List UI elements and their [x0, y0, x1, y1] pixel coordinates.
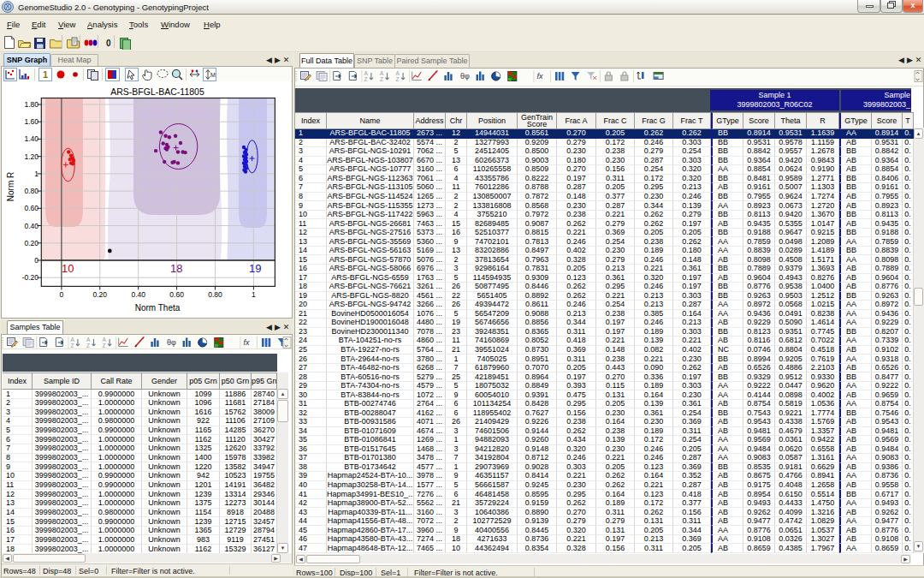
svg-text:-0.20: -0.20 — [22, 273, 39, 282]
svg-text:1: 1 — [252, 290, 256, 299]
svg-text:0.60: 0.60 — [24, 204, 38, 212]
svg-text:Norm R: Norm R — [6, 172, 15, 201]
svg-text:10: 10 — [62, 262, 74, 275]
svg-text:A: A — [364, 70, 368, 76]
svg-text:1.80: 1.80 — [24, 100, 38, 109]
svg-text:A: A — [103, 337, 107, 343]
svg-text:Z: Z — [86, 343, 90, 349]
svg-text:0.40: 0.40 — [131, 290, 145, 299]
svg-text:0.60: 0.60 — [169, 290, 184, 299]
svg-text:ARS-BFGL-BAC-11805: ARS-BFGL-BAC-11805 — [110, 86, 204, 97]
svg-text:1: 1 — [34, 170, 38, 178]
svg-text:A: A — [380, 70, 384, 76]
svg-text:0.20: 0.20 — [93, 290, 108, 299]
svg-text:0: 0 — [34, 256, 38, 265]
svg-text:A: A — [396, 70, 400, 76]
svg-text:Norm Theta: Norm Theta — [135, 303, 181, 313]
svg-text:M: M — [210, 72, 216, 78]
svg-text:0.20: 0.20 — [24, 239, 38, 247]
svg-text:0.80: 0.80 — [24, 187, 38, 195]
svg-text:1.60: 1.60 — [24, 117, 38, 126]
svg-text:Z: Z — [364, 76, 367, 82]
svg-text:19: 19 — [249, 262, 261, 275]
svg-text:0.80: 0.80 — [208, 290, 222, 299]
svg-text:0: 0 — [60, 290, 64, 299]
svg-text:fx: fx — [536, 72, 543, 80]
svg-text:18: 18 — [170, 262, 182, 275]
svg-text:Z: Z — [103, 343, 106, 349]
svg-text:0.40: 0.40 — [24, 222, 38, 230]
svg-text:A: A — [70, 337, 74, 343]
svg-text:A: A — [86, 337, 91, 343]
svg-text:1.40: 1.40 — [24, 134, 38, 143]
svg-text:0: 0 — [106, 39, 111, 48]
svg-text:Z: Z — [380, 76, 383, 82]
svg-text:Z: Z — [396, 76, 400, 82]
svg-text:θφ: θφ — [167, 338, 176, 347]
svg-text:1.20: 1.20 — [24, 152, 38, 161]
svg-text:θφ: θφ — [460, 72, 470, 80]
svg-text:fx: fx — [243, 338, 250, 347]
svg-text:1: 1 — [43, 69, 48, 80]
svg-text:Z: Z — [70, 343, 74, 349]
